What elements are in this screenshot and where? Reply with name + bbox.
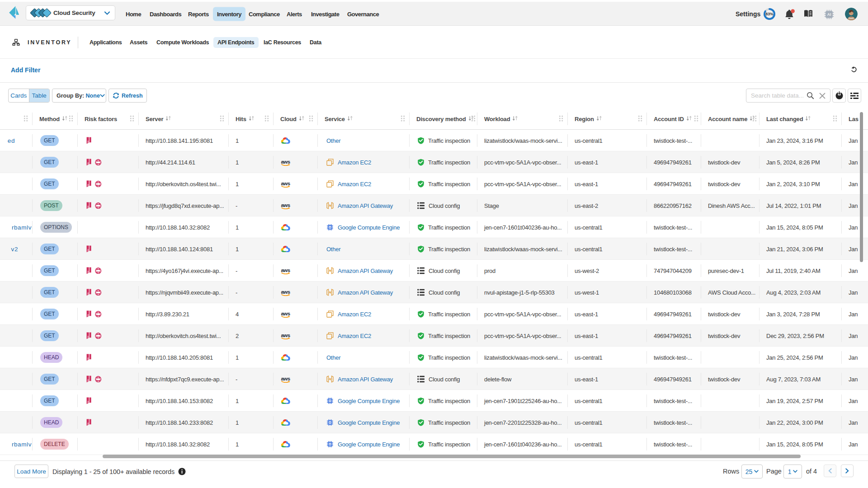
svg-text:83%: 83%	[765, 12, 773, 16]
svg-text:AI: AI	[827, 12, 831, 17]
